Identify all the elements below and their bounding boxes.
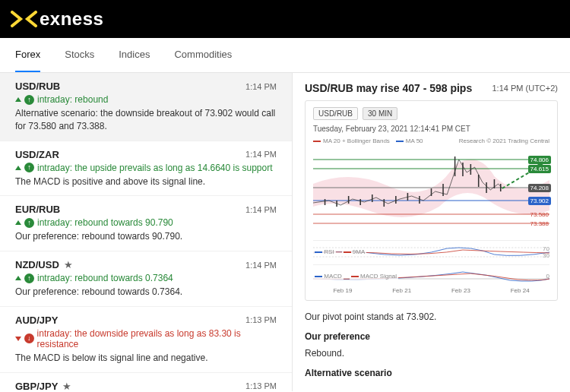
arrow-up-icon bbox=[15, 220, 21, 225]
arrow-down-icon bbox=[15, 337, 21, 341]
signal-row[interactable]: EUR/RUB 1:14 PM ↑ intraday: rebound towa… bbox=[0, 196, 292, 251]
trend-up-icon: ↑ bbox=[24, 218, 34, 228]
price-level: 73.902 bbox=[528, 197, 551, 205]
pair-pill[interactable]: USD/RUB bbox=[313, 107, 358, 120]
signal-row[interactable]: AUD/JPY 1:13 PM ↓ intraday: the downside… bbox=[0, 307, 292, 373]
signal-detail: USD/RUB may rise 407 - 598 pips 1:14 PM … bbox=[293, 73, 570, 391]
trend-up-icon: ↑ bbox=[24, 273, 34, 283]
pair-symbol: AUD/JPY bbox=[15, 315, 58, 326]
intraday-text: intraday: the downside prevails as long … bbox=[37, 328, 277, 349]
legend-bollinger: MA 20 + Bollinger Bands bbox=[313, 138, 390, 144]
pair-symbol: USD/RUB bbox=[15, 81, 60, 92]
intraday-text: intraday: rebound bbox=[37, 94, 108, 105]
pair-symbol: GBP/JPY bbox=[15, 381, 58, 391]
pair-symbol: NZD/USD bbox=[15, 259, 59, 270]
signal-desc: Our preference: rebound towards 90.790. bbox=[15, 230, 277, 243]
chart-credit: Research © 2021 Trading Central bbox=[459, 138, 549, 144]
legend-ma50: MA 50 bbox=[396, 138, 423, 144]
signal-row[interactable]: USD/ZAR 1:14 PM ↑ intraday: the upside p… bbox=[0, 141, 292, 197]
signal-desc: The MACD is below its signal line and ne… bbox=[15, 352, 277, 365]
arrow-up-icon bbox=[15, 276, 21, 280]
preference-text: Rebound. bbox=[305, 346, 558, 360]
price-level: 74.208 bbox=[528, 184, 551, 192]
tab-indices[interactable]: Indices bbox=[119, 38, 150, 72]
pivot-point-text: Our pivot point stands at 73.902. bbox=[305, 310, 558, 324]
interval-pill[interactable]: 30 MIN bbox=[363, 107, 397, 120]
chart-x-axis: Feb 19 Feb 21 Feb 23 Feb 24 bbox=[313, 287, 549, 294]
signal-time: 1:14 PM bbox=[245, 150, 277, 159]
arrow-up-icon bbox=[15, 97, 21, 102]
tab-forex[interactable]: Forex bbox=[15, 38, 40, 72]
trend-up-icon: ↑ bbox=[24, 163, 34, 172]
star-icon[interactable]: ★ bbox=[62, 381, 71, 391]
signal-row[interactable]: NZD/USD ★ 1:14 PM ↑ intraday: rebound to… bbox=[0, 251, 292, 307]
chart-timestamp: Tuesday, February 23, 2021 12:14:41 PM C… bbox=[313, 125, 549, 133]
brand-logo: exness bbox=[11, 8, 103, 30]
tab-commodities[interactable]: Commodities bbox=[174, 38, 232, 72]
signal-time: 1:14 PM bbox=[245, 82, 277, 91]
signal-desc: Alternative scenario: the downside break… bbox=[15, 107, 277, 133]
macd-indicator: MACD MACD Signal 0 bbox=[313, 264, 549, 286]
intraday-text: intraday: rebound towards 0.7364 bbox=[37, 273, 173, 283]
signal-desc: Our preference: rebound towards 0.7364. bbox=[15, 286, 277, 299]
arrow-up-icon bbox=[15, 166, 21, 170]
app-header: exness bbox=[0, 0, 570, 38]
signal-list: USD/RUB 1:14 PM ↑ intraday: rebound Alte… bbox=[0, 73, 293, 391]
signal-time: 1:13 PM bbox=[245, 381, 277, 390]
signal-time: 1:14 PM bbox=[245, 205, 277, 214]
chart-container: USD/RUB 30 MIN Tuesday, February 23, 202… bbox=[305, 100, 558, 301]
pair-symbol: EUR/RUB bbox=[15, 204, 60, 215]
intraday-text: intraday: the upside prevails as long as… bbox=[37, 163, 273, 173]
signal-desc: The MACD is positive and above its signa… bbox=[15, 175, 277, 188]
preference-heading: Our preference bbox=[305, 331, 558, 342]
price-level: 74.806 bbox=[528, 156, 551, 164]
signal-time: 1:13 PM bbox=[245, 315, 277, 324]
price-level: 73.580 bbox=[528, 210, 551, 219]
tab-stocks[interactable]: Stocks bbox=[65, 38, 94, 72]
detail-title: USD/RUB may rise 407 - 598 pips bbox=[305, 82, 472, 94]
alternative-heading: Alternative scenario bbox=[305, 368, 558, 378]
exness-logo-icon bbox=[11, 11, 38, 27]
pair-symbol: USD/ZAR bbox=[15, 149, 59, 160]
rsi-indicator: RSI 9MA 7030 bbox=[313, 240, 549, 261]
star-icon[interactable]: ★ bbox=[64, 259, 73, 270]
brand-name: exness bbox=[40, 8, 103, 30]
detail-time: 1:14 PM (UTC+2) bbox=[492, 84, 559, 93]
trend-down-icon: ↓ bbox=[24, 334, 34, 343]
signal-row[interactable]: GBP/JPY ★ 1:13 PM ↑ intraday: the upside… bbox=[0, 373, 292, 391]
signal-row[interactable]: USD/RUB 1:14 PM ↑ intraday: rebound Alte… bbox=[0, 73, 292, 141]
market-tabs: Forex Stocks Indices Commodities bbox=[0, 38, 570, 73]
signal-time: 1:14 PM bbox=[245, 261, 277, 270]
trend-up-icon: ↑ bbox=[24, 95, 34, 105]
price-chart[interactable]: 74.806 74.615 74.208 73.902 73.580 73.38… bbox=[313, 146, 549, 237]
price-level: 74.615 bbox=[528, 165, 551, 173]
price-level: 73.388 bbox=[528, 220, 551, 228]
intraday-text: intraday: rebound towards 90.790 bbox=[37, 217, 173, 228]
